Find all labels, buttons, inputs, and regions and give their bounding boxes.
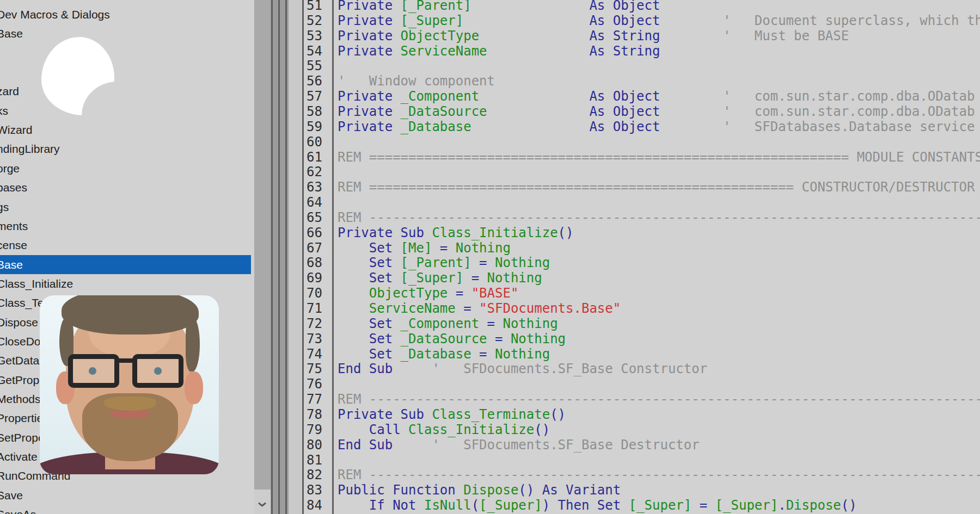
- line-number: 61: [307, 150, 322, 165]
- line-number: 53: [307, 28, 322, 44]
- code-text: ServiceName = "SFDocuments.Base": [338, 301, 621, 316]
- panel-divider[interactable]: [271, 0, 289, 514]
- line-number: 81: [307, 453, 322, 468]
- line-number: 66: [307, 225, 322, 240]
- tree-item[interactable]: Base: [0, 24, 251, 43]
- tree-scrollbar[interactable]: [254, 0, 271, 514]
- tree-item[interactable]: cense: [0, 236, 251, 255]
- tree-item[interactable]: Base: [0, 255, 251, 274]
- tree-item[interactable]: Save: [0, 486, 251, 505]
- line-number: 51: [307, 0, 322, 13]
- tree-item[interactable]: ments: [0, 216, 251, 236]
- code-line: 53Private ObjectType As String ' Must be…: [289, 28, 980, 44]
- code-line: 59Private _Database As Object ' SFDataba…: [289, 119, 980, 134]
- tree-item[interactable]: Class_Initialize: [0, 274, 251, 293]
- code-text: Public Function Dispose() As Variant: [338, 482, 621, 498]
- photo-hair: [62, 295, 199, 335]
- webcam-photo-overlay: [40, 295, 219, 474]
- code-text: Private [_Parent] As Object: [338, 0, 660, 13]
- scroll-down-button[interactable]: [254, 498, 271, 514]
- code-line: 78Private Sub Class_Terminate(): [289, 407, 980, 422]
- line-number: 76: [307, 376, 322, 392]
- code-line: 56' Window component: [289, 73, 980, 89]
- photo-eye: [89, 367, 96, 375]
- line-number: 71: [307, 301, 322, 316]
- code-text: End Sub ' SFDocuments.SF_Base Constructo…: [338, 361, 707, 376]
- code-line: 65REM ----------------------------------…: [289, 210, 980, 225]
- code-line: 77REM ----------------------------------…: [289, 392, 980, 407]
- line-number: 62: [307, 164, 322, 179]
- code-line: 75End Sub ' SFDocuments.SF_Base Construc…: [289, 361, 980, 376]
- line-number: 80: [307, 437, 322, 453]
- code-editor[interactable]: 51Private [_Parent] As Object52Private […: [289, 0, 980, 514]
- code-line: 55: [289, 58, 980, 73]
- tree-item[interactable]: [0, 63, 251, 82]
- code-line: 63REM ==================================…: [289, 179, 980, 195]
- line-number: 56: [307, 73, 322, 89]
- tree-item[interactable]: SaveAs: [0, 505, 251, 514]
- line-number: 54: [307, 44, 322, 59]
- code-line: 73 Set _DataSource = Nothing: [289, 331, 980, 346]
- code-text: Private _Database As Object ' SFDatabase…: [338, 119, 975, 134]
- tree-scrollbar-thumb[interactable]: [254, 0, 271, 490]
- code-line: 83Public Function Dispose() As Variant: [289, 482, 980, 498]
- code-line: 70 ObjectType = "BASE": [289, 286, 980, 301]
- divider-line: [285, 0, 287, 514]
- code-line: 64: [289, 195, 980, 210]
- line-number: 55: [307, 58, 322, 73]
- tree-item[interactable]: bases: [0, 178, 251, 197]
- code-text: Private _DataSource As Object ' com.sun.…: [338, 104, 975, 119]
- code-line: 82REM ----------------------------------…: [289, 467, 980, 482]
- code-text: REM ------------------------------------…: [338, 467, 980, 482]
- code-text: Private ObjectType As String ' Must be B…: [338, 28, 849, 44]
- line-number: 72: [307, 316, 322, 331]
- code-line: 66Private Sub Class_Initialize(): [289, 225, 980, 240]
- line-number: 74: [307, 346, 322, 362]
- line-number: 82: [307, 467, 322, 482]
- code-text: End Sub ' SFDocuments.SF_Base Destructor: [338, 437, 700, 453]
- code-text: Set [_Super] = Nothing: [338, 270, 542, 286]
- line-number: 67: [307, 240, 322, 256]
- code-line: 80End Sub ' SFDocuments.SF_Base Destruct…: [289, 437, 980, 453]
- code-text: Private Sub Class_Initialize(): [338, 225, 573, 240]
- divider-line: [271, 0, 273, 514]
- code-text: REM ------------------------------------…: [338, 210, 980, 225]
- code-text: Set [Me] = Nothing: [338, 240, 511, 256]
- code-text: Private _Component As Object ' com.sun.s…: [338, 89, 975, 104]
- photo-glasses: [68, 354, 192, 390]
- tree-item[interactable]: gs: [0, 197, 251, 216]
- line-number: 75: [307, 361, 322, 376]
- code-text: ObjectType = "BASE": [338, 286, 518, 301]
- code-line: 67 Set [Me] = Nothing: [289, 240, 980, 256]
- tree-item[interactable]: Dev Macros & Dialogs: [0, 5, 251, 24]
- code-text: REM ====================================…: [338, 179, 975, 195]
- code-text: REM ------------------------------------…: [338, 392, 980, 407]
- code-line: 71 ServiceName = "SFDocuments.Base": [289, 301, 980, 316]
- line-number: 64: [307, 195, 322, 210]
- code-line: 54Private ServiceName As String: [289, 44, 980, 59]
- photo-mouth: [111, 411, 150, 418]
- line-number: 52: [307, 13, 322, 28]
- code-text: REM ====================================…: [338, 150, 980, 165]
- line-number: 70: [307, 286, 322, 301]
- line-number: 68: [307, 255, 322, 270]
- code-line: 52Private [_Super] As Object ' Document …: [289, 13, 980, 28]
- line-number: 78: [307, 407, 322, 422]
- tree-item[interactable]: [0, 44, 251, 63]
- code-line: 61REM ==================================…: [289, 150, 980, 165]
- code-line: 76: [289, 376, 980, 392]
- line-number: 63: [307, 179, 322, 195]
- code-text: Set _DataSource = Nothing: [338, 331, 566, 346]
- code-text: ' Window component: [338, 73, 495, 89]
- code-text: If Not IsNull([_Super]) Then Set [_Super…: [338, 498, 857, 513]
- basic-ide-screen: Dev Macros & DialogsBasezardksWizardndin…: [0, 0, 980, 514]
- code-line: 72 Set _Component = Nothing: [289, 316, 980, 331]
- line-number: 65: [307, 210, 322, 225]
- line-number: 58: [307, 104, 322, 119]
- tree-item[interactable]: orge: [0, 159, 251, 178]
- code-line: 51Private [_Parent] As Object: [289, 0, 980, 13]
- glasses-bridge: [117, 358, 136, 363]
- line-number: 77: [307, 392, 322, 407]
- code-line: 62: [289, 164, 980, 179]
- code-line: 74 Set _Database = Nothing: [289, 346, 980, 362]
